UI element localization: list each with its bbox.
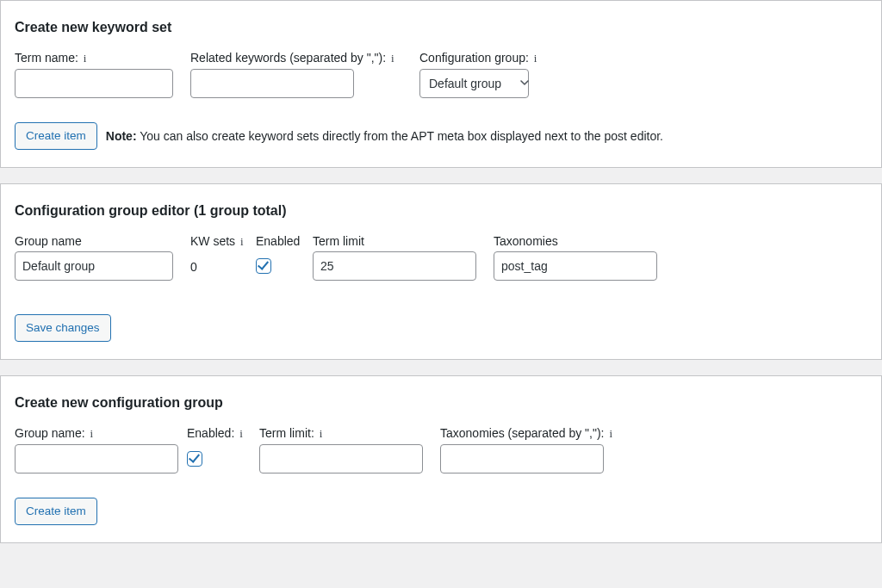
new-enabled-field: Enabled: i (187, 426, 247, 473)
new-term-limit-input[interactable] (259, 444, 423, 473)
new-taxonomies-input[interactable] (440, 444, 604, 473)
new-enabled-label: Enabled: i (187, 426, 247, 441)
info-icon[interactable]: i (534, 52, 537, 65)
group-name-header: Group name (15, 234, 178, 248)
term-limit-column: Term limit (313, 234, 481, 281)
term-limit-header: Term limit (313, 234, 481, 248)
info-icon[interactable]: i (84, 52, 87, 65)
kw-sets-column: KW sets i 0 (190, 234, 244, 282)
new-taxonomies-field: Taxonomies (separated by ","): i (440, 426, 638, 473)
kw-sets-header-text: KW sets (190, 234, 235, 248)
save-row: Save changes (15, 314, 867, 342)
enabled-cell (256, 251, 301, 281)
info-icon[interactable]: i (240, 235, 244, 249)
new-group-name-field: Group name: i (15, 426, 178, 473)
taxonomies-input[interactable] (494, 251, 657, 281)
new-enabled-cell (187, 444, 247, 473)
term-name-label-text: Term name: (15, 51, 78, 65)
new-group-name-label-text: Group name: (15, 426, 85, 440)
new-term-limit-label: Term limit: i (259, 426, 428, 441)
keyword-set-fields-row: Term name: i Related keywords (separated… (15, 51, 867, 105)
new-group-create-row: Create item (15, 498, 867, 525)
config-group-field: Configuration group: i Default group (419, 51, 537, 98)
note-text: Note: You can also create keyword sets d… (106, 129, 663, 143)
config-group-select-wrap: Default group (419, 69, 537, 98)
new-enabled-checkbox[interactable] (187, 451, 202, 467)
create-item-row: Create item Note: You can also create ke… (15, 122, 867, 150)
create-config-group-panel: Create new configuration group Group nam… (0, 375, 882, 543)
enabled-column: Enabled (256, 234, 301, 281)
panel-title: Configuration group editor (1 group tota… (15, 203, 867, 219)
note-body: You can also create keyword sets directl… (140, 129, 663, 143)
group-name-column: Group name (15, 234, 178, 281)
kw-sets-header: KW sets i (190, 234, 244, 249)
config-group-editor-panel: Configuration group editor (1 group tota… (0, 183, 882, 360)
info-icon[interactable]: i (90, 427, 94, 441)
info-icon[interactable]: i (609, 427, 612, 441)
term-name-label: Term name: i (15, 51, 178, 65)
new-term-limit-field: Term limit: i (259, 426, 428, 473)
info-icon[interactable]: i (391, 52, 394, 65)
config-group-label-text: Configuration group: (419, 51, 529, 65)
new-group-name-label: Group name: i (15, 426, 178, 441)
save-changes-button[interactable]: Save changes (15, 314, 111, 342)
taxonomies-header: Taxonomies (494, 234, 662, 248)
create-item-button[interactable]: Create item (15, 122, 97, 150)
related-keywords-field: Related keywords (separated by ","): i (190, 51, 407, 98)
new-group-name-input[interactable] (15, 444, 178, 473)
new-group-fields-row: Group name: i Enabled: i Term limit: i T (15, 426, 867, 480)
panel-title: Create new keyword set (15, 20, 867, 35)
new-term-limit-label-text: Term limit: (259, 426, 314, 440)
enabled-header: Enabled (256, 234, 301, 248)
info-icon[interactable]: i (320, 427, 323, 441)
term-name-input[interactable] (15, 69, 173, 98)
related-keywords-label-text: Related keywords (separated by ","): (190, 51, 386, 65)
config-group-select[interactable]: Default group (419, 69, 529, 98)
new-taxonomies-label: Taxonomies (separated by ","): i (440, 426, 638, 441)
note-label: Note: (106, 129, 137, 143)
taxonomies-column: Taxonomies (494, 234, 662, 281)
panel-title: Create new configuration group (15, 395, 867, 411)
kw-sets-value: 0 (190, 252, 244, 282)
enabled-checkbox[interactable] (256, 258, 271, 274)
related-keywords-label: Related keywords (separated by ","): i (190, 51, 407, 65)
config-group-label: Configuration group: i (419, 51, 537, 65)
term-limit-input[interactable] (313, 251, 476, 281)
create-item-button[interactable]: Create item (15, 498, 97, 525)
create-keyword-set-panel: Create new keyword set Term name: i Rela… (0, 0, 882, 168)
group-editor-row: Group name KW sets i 0 Enabled Term limi… (15, 234, 867, 288)
info-icon[interactable]: i (239, 427, 243, 441)
new-taxonomies-label-text: Taxonomies (separated by ","): (440, 426, 604, 440)
group-name-input[interactable] (15, 251, 173, 281)
related-keywords-input[interactable] (190, 69, 354, 98)
term-name-field: Term name: i (15, 51, 178, 98)
new-enabled-label-text: Enabled: (187, 426, 234, 440)
